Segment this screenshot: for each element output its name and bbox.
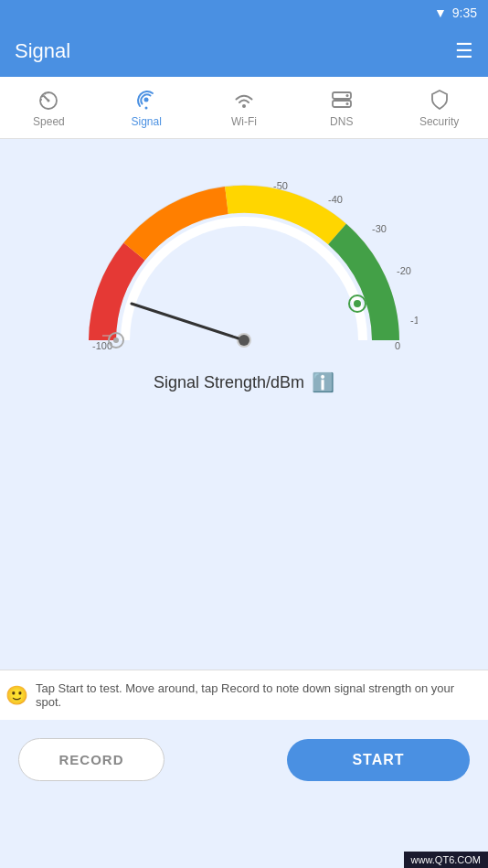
- info-icon[interactable]: ℹ️: [312, 371, 334, 393]
- svg-point-27: [354, 300, 361, 307]
- svg-point-23: [239, 335, 249, 346]
- speed-icon: [37, 88, 60, 112]
- svg-point-7: [345, 94, 348, 97]
- svg-text:0: 0: [395, 340, 400, 351]
- tab-speed[interactable]: Speed: [0, 77, 98, 138]
- tab-dns-label: DNS: [330, 115, 353, 128]
- button-row: RECORD START: [0, 720, 488, 799]
- tab-signal[interactable]: Signal: [98, 77, 196, 138]
- app-header: Signal ☰: [0, 26, 488, 77]
- tab-security[interactable]: Security: [390, 77, 488, 138]
- wifi-icon: [232, 88, 256, 112]
- tab-signal-label: Signal: [132, 115, 162, 128]
- tab-security-label: Security: [419, 115, 459, 128]
- svg-text:-20: -20: [397, 265, 411, 276]
- start-button[interactable]: START: [287, 739, 470, 781]
- tab-speed-label: Speed: [33, 115, 65, 128]
- svg-point-1: [48, 99, 50, 102]
- dns-icon: [330, 88, 354, 112]
- tab-wifi-label: Wi-Fi: [231, 115, 257, 128]
- svg-text:-30: -30: [372, 223, 387, 234]
- svg-point-3: [145, 106, 148, 109]
- menu-icon[interactable]: ☰: [455, 39, 473, 63]
- svg-text:-10: -10: [410, 315, 418, 326]
- gauge-wrapper: -100 -90 -80 -70 -60 -50 -40 -30: [70, 157, 418, 368]
- hint-text: Tap Start to test. Move around, tap Reco…: [36, 681, 483, 709]
- svg-point-2: [144, 97, 149, 102]
- tab-wifi[interactable]: Wi-Fi: [196, 77, 293, 138]
- gauge-container: -100 -90 -80 -70 -60 -50 -40 -30: [9, 157, 479, 402]
- status-bar: ▼ 9:35: [0, 0, 488, 26]
- gauge-svg: -100 -90 -80 -70 -60 -50 -40 -30: [70, 157, 418, 368]
- svg-point-25: [113, 338, 119, 343]
- tab-bar: Speed Signal Wi-Fi DNS Security: [0, 77, 488, 139]
- svg-text:-40: -40: [328, 194, 343, 205]
- security-icon: [428, 88, 451, 112]
- gauge-label-text: Signal Strength/dBm: [154, 373, 304, 392]
- main-content: -100 -90 -80 -70 -60 -50 -40 -30: [0, 139, 488, 670]
- status-time: 9:35: [452, 5, 477, 20]
- signal-icon: [134, 88, 158, 112]
- svg-line-22: [132, 304, 244, 340]
- svg-point-8: [345, 102, 348, 105]
- tab-dns[interactable]: DNS: [292, 77, 390, 138]
- wifi-status-icon: ▼: [434, 5, 447, 20]
- record-button[interactable]: RECORD: [18, 738, 164, 781]
- hint-icon: 🙂: [5, 684, 28, 706]
- watermark: www.QT6.COM: [404, 852, 488, 868]
- app-title: Signal: [15, 39, 70, 63]
- svg-point-4: [242, 104, 246, 108]
- gauge-label: Signal Strength/dBm ℹ️: [154, 371, 334, 393]
- hint-row: 🙂 Tap Start to test. Move around, tap Re…: [0, 670, 488, 720]
